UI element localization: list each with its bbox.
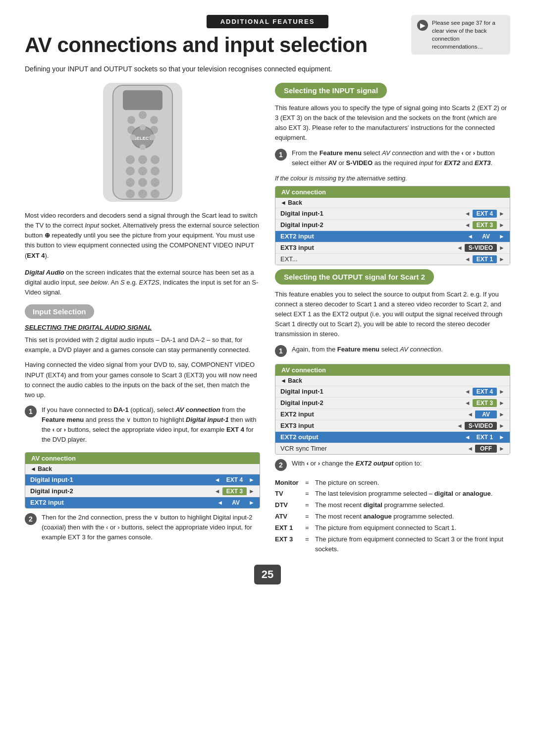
av-row-3-ext3-input: EXT3 input ◄ S-VIDEO ► [275, 420, 510, 432]
option-key-dtv: DTV [275, 500, 302, 511]
svg-point-12 [150, 134, 156, 140]
intro-text: Defining your INPUT and OUTPUT sockets s… [25, 65, 510, 73]
av-row-3-digital-2: Digital input-2 ◄ EXT 3 ► [275, 398, 510, 409]
av-row-r-ext3: EXT3 input ◄ S-VIDEO ► [275, 242, 510, 254]
right-output-step-2: 2 With ‹ or › change the EXT2 output opt… [275, 459, 510, 471]
right-output-step-1-content: Again, from the Feature menu select AV c… [292, 345, 510, 354]
av-label-r-digital-2: Digital input-2 [280, 221, 465, 229]
av-connection-header-1: AV connection [25, 453, 260, 464]
right-output-step-2-num: 2 [275, 459, 287, 471]
svg-point-9 [140, 124, 146, 130]
av-val-3-ext2-input: AV [475, 410, 497, 418]
av-connection-body-3: ◄ Back Digital input-1 ◄ EXT 4 ► Digital… [275, 376, 510, 454]
av-label-digital-input-2: Digital input-2 [30, 487, 214, 495]
av-label-r-ext3: EXT3 input [280, 244, 457, 251]
av-row-ext2-input: EXT2 input ◄ AV ► [25, 497, 260, 508]
av-arrow-r-1: ◄ [465, 210, 471, 217]
av-label-3-ext2-output: EXT2 output [280, 433, 465, 441]
option-desc-tv: The last television programme selected –… [315, 489, 492, 499]
svg-point-20 [138, 178, 147, 187]
av-arrow-r-2: ◄ [465, 222, 471, 229]
input-selection-header: Input Selection [25, 304, 94, 319]
option-desc-monitor: The picture on screen. [315, 478, 379, 488]
svg-point-15 [151, 155, 160, 164]
left-body-text-2: Digital Audio on the screen indicates th… [25, 268, 260, 297]
page-number: 25 [254, 565, 281, 584]
option-desc-atv: The most recent analogue programme selec… [315, 512, 454, 522]
svg-point-17 [138, 167, 147, 175]
output-body: This feature enables you to select the s… [275, 290, 510, 340]
av-row-3-ext2-output: EXT2 output ◄ EXT 1 ► [275, 432, 510, 443]
av-val-3-vcr: OFF [475, 445, 497, 453]
page-note: ▶ Please see page 37 for a clear view of… [411, 15, 510, 55]
options-list: Monitor = The picture on screen. TV = Th… [275, 478, 510, 555]
option-dtv: DTV = The most recent digital programme … [275, 500, 510, 511]
option-ext1: EXT 1 = The picture from equipment conne… [275, 523, 510, 533]
left-step-2-content: Then for the 2nd connection, press the ∨… [42, 513, 260, 542]
av-val-r-ext2: AV [475, 233, 497, 240]
right-output-step-1: 1 Again, from the Feature menu select AV… [275, 345, 510, 357]
step-1-num: 1 [25, 406, 37, 417]
av-row-digital-input-1: Digital input-1 ◄ EXT 4 ► [25, 474, 260, 486]
svg-point-4 [150, 116, 158, 124]
av-arrow-right-2: ► [249, 488, 255, 495]
av-arrow-right-3: ► [249, 499, 255, 506]
av-val-r-ext3: S-VIDEO [465, 244, 497, 252]
remote-svg: SELECT [103, 83, 182, 202]
option-desc-ext1: The picture from equipment connected to … [315, 523, 456, 533]
svg-point-10 [140, 144, 146, 150]
av-connection-header-3: AV connection [275, 364, 510, 376]
svg-point-16 [126, 167, 135, 175]
av-row-r-ext-extra: EXT... ◄ EXT 1 ► [275, 254, 510, 265]
av-arrow-right-1: ► [249, 476, 255, 483]
svg-point-24 [151, 189, 160, 198]
av-row-r-ext2: EXT2 input ◄ AV ► [275, 231, 510, 242]
av-val-3-digital-2: EXT 3 [473, 399, 497, 407]
av-val-r-digital-1: EXT 4 [473, 210, 497, 218]
av-connection-box-3: AV connection ◄ Back Digital input-1 ◄ E… [275, 364, 510, 455]
step-2-num: 2 [25, 513, 37, 525]
svg-point-11 [130, 134, 136, 140]
right-step-1: 1 From the Feature menu select AV connec… [275, 148, 510, 168]
input-signal-header: Selecting the INPUT signal [275, 83, 387, 98]
option-key-ext1: EXT 1 [275, 523, 302, 533]
av-val-r-digital-2: EXT 3 [473, 221, 497, 229]
input-signal-body: This feature allows you to specify the t… [275, 103, 510, 143]
av-row-digital-input-2: Digital input-2 ◄ EXT 3 ► [25, 486, 260, 497]
page-note-text: Please see page 37 for a clear view of t… [432, 19, 504, 51]
left-body-text-1: Most video recorders and decoders send a… [25, 211, 260, 261]
av-back-3: ◄ Back [275, 376, 510, 386]
additional-features-badge: Additional Features [207, 15, 329, 28]
option-ext3: EXT 3 = The picture from equipment conne… [275, 534, 510, 555]
av-label-3-vcr: VCR sync Timer [280, 445, 467, 452]
left-step-1: 1 If you have connected to DA-1 (optical… [25, 405, 260, 445]
right-step-1-num: 1 [275, 149, 287, 161]
av-connection-box-1: AV connection ◄ Back Digital input-1 ◄ E… [25, 452, 260, 509]
av-label-3-digital-1: Digital input-1 [280, 388, 465, 395]
digital-audio-body-1: This set is provided with 2 digital audi… [25, 335, 260, 355]
av-val-digital-input-1: EXT 4 [222, 476, 247, 484]
option-desc-ext3: The picture from equipment connected to … [315, 534, 510, 555]
option-key-ext3: EXT 3 [275, 534, 302, 545]
av-val-digital-input-2: EXT 3 [222, 487, 247, 495]
colour-missing-note: If the colour is missing try the alterna… [275, 175, 510, 182]
av-arrow-left-2: ◄ [214, 488, 220, 495]
av-label-3-ext2-input: EXT2 input [280, 410, 467, 418]
svg-point-3 [139, 111, 147, 119]
av-label-r-ext-extra: EXT... [280, 255, 465, 263]
svg-rect-1 [123, 90, 162, 110]
svg-point-22 [126, 189, 135, 198]
option-desc-dtv: The most recent digital programme select… [315, 500, 445, 511]
av-back-1: ◄ Back [25, 464, 260, 474]
right-step-1-content: From the Feature menu select AV connecti… [292, 148, 510, 168]
remote-image: SELECT [103, 83, 182, 202]
option-tv: TV = The last television programme selec… [275, 489, 510, 499]
av-back-2: ◄ Back [275, 198, 510, 208]
option-atv: ATV = The most recent analogue programme… [275, 512, 510, 522]
av-val-3-ext3-input: S-VIDEO [465, 422, 497, 430]
av-connection-body-2: ◄ Back Digital input-1 ◄ EXT 4 ► Digital… [275, 198, 510, 265]
two-col-layout: SELECT [25, 83, 510, 556]
av-val-3-ext2-output: EXT 1 [473, 433, 497, 441]
option-key-atv: ATV [275, 512, 302, 522]
av-label-3-ext3-input: EXT3 input [280, 422, 457, 429]
